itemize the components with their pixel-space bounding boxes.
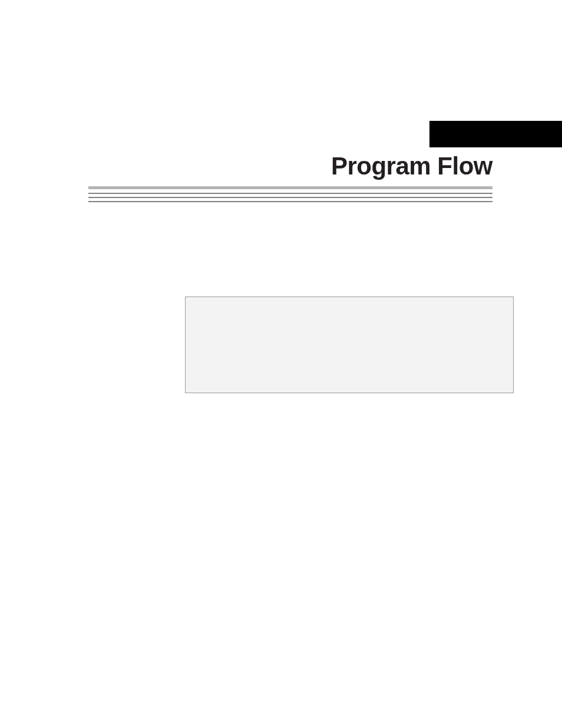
rule-bar bbox=[88, 193, 492, 194]
chapter-title: Program Flow bbox=[331, 152, 492, 180]
in-this-chapter-box bbox=[185, 297, 514, 393]
rule-bar bbox=[88, 197, 492, 198]
list-item bbox=[208, 324, 503, 336]
title-rules bbox=[88, 186, 492, 206]
rule-bar bbox=[88, 201, 492, 202]
list-item bbox=[208, 311, 503, 324]
list-item bbox=[208, 348, 503, 360]
list-item bbox=[208, 336, 503, 348]
box-list bbox=[196, 311, 503, 360]
page-root: Program Flow bbox=[0, 0, 562, 728]
rule-bar bbox=[88, 186, 492, 189]
chapter-tab bbox=[429, 121, 562, 147]
